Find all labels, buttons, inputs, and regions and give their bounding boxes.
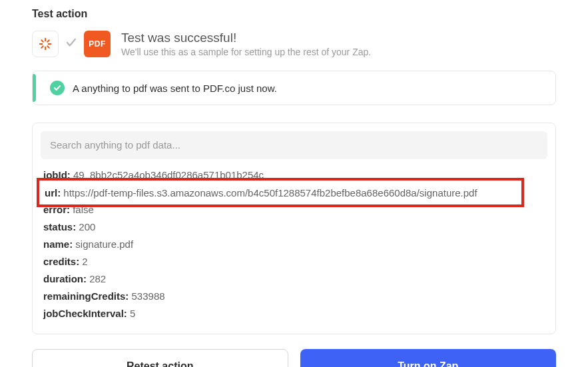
data-key: error: bbox=[43, 204, 70, 215]
result-list: jobId: 49_8bb2c52a4ob346df0286a571b01b25… bbox=[41, 167, 547, 326]
status-message: A anything to pdf was sent to PDF.co jus… bbox=[73, 83, 277, 94]
retest-button[interactable]: Retest action bbox=[32, 349, 288, 367]
data-value: 5 bbox=[130, 308, 135, 319]
svg-rect-3 bbox=[48, 43, 52, 45]
svg-rect-0 bbox=[45, 38, 46, 42]
zapier-icon bbox=[32, 31, 59, 57]
data-key: name: bbox=[43, 238, 73, 250]
data-key: url: bbox=[43, 186, 59, 198]
success-check-icon bbox=[50, 81, 65, 95]
turn-on-zap-button[interactable]: Turn on Zap bbox=[300, 349, 557, 367]
success-title: Test was successful! bbox=[121, 31, 371, 45]
button-row: Retest action Turn on Zap bbox=[32, 349, 556, 367]
data-row-url-hidden: url: https://pdf-temp-files.s3.amazonaws… bbox=[43, 184, 545, 200]
pdfco-icon: PDF bbox=[84, 31, 111, 57]
section-title: Test action bbox=[32, 8, 556, 20]
test-header: PDF Test was successful! We'll use this … bbox=[32, 31, 556, 57]
data-value: 49_8bb2c52a4ob346df0286a571b01b254c bbox=[73, 169, 264, 181]
data-key: jobId: bbox=[43, 169, 71, 181]
data-row-status: status: 200 bbox=[43, 219, 545, 235]
data-key: jobCheckInterval: bbox=[43, 308, 127, 319]
data-key: credits: bbox=[43, 256, 79, 267]
svg-rect-4 bbox=[47, 39, 50, 43]
svg-rect-2 bbox=[39, 43, 43, 45]
status-card: A anything to pdf was sent to PDF.co jus… bbox=[32, 71, 556, 105]
data-key: status: bbox=[43, 221, 76, 232]
data-row-remaining: remainingCredits: 533988 bbox=[43, 288, 545, 304]
data-row-jobid: jobId: 49_8bb2c52a4ob346df0286a571b01b25… bbox=[43, 167, 545, 183]
data-key: remainingCredits: bbox=[43, 290, 129, 302]
svg-rect-6 bbox=[41, 39, 44, 43]
data-row-name: name: signature.pdf bbox=[43, 236, 545, 252]
data-value: 2 bbox=[82, 256, 87, 267]
data-value: 200 bbox=[79, 221, 95, 232]
result-panel: jobId: 49_8bb2c52a4ob346df0286a571b01b25… bbox=[32, 123, 556, 334]
svg-rect-7 bbox=[47, 45, 50, 49]
pdf-label: PDF bbox=[89, 39, 106, 49]
svg-rect-1 bbox=[45, 47, 46, 51]
data-value: 533988 bbox=[132, 290, 165, 302]
check-icon bbox=[65, 37, 77, 51]
success-subtitle: We'll use this as a sample for setting u… bbox=[121, 47, 371, 57]
data-value: https://pdf-temp-files.s3.amazonaws.com/… bbox=[62, 186, 475, 198]
data-row-credits: credits: 2 bbox=[43, 254, 545, 270]
data-key: duration: bbox=[43, 273, 87, 284]
data-row-interval: jobCheckInterval: 5 bbox=[43, 306, 545, 322]
svg-rect-5 bbox=[41, 45, 44, 49]
data-row-error: error: false bbox=[43, 202, 545, 218]
data-value: 282 bbox=[89, 273, 106, 284]
data-row-duration: duration: 282 bbox=[43, 271, 545, 287]
search-input[interactable] bbox=[50, 139, 538, 151]
data-value: signature.pdf bbox=[75, 238, 133, 250]
data-value: false bbox=[73, 204, 94, 215]
search-bar[interactable] bbox=[41, 131, 547, 159]
